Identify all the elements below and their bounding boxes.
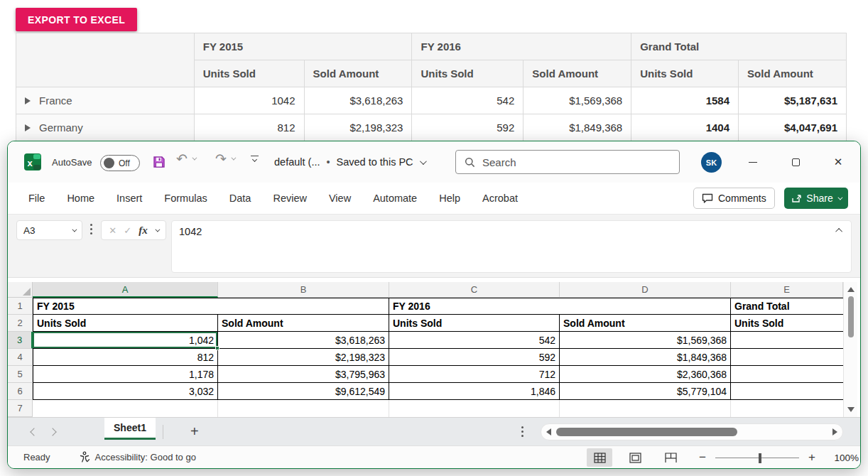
share-button[interactable]: Share xyxy=(784,188,848,209)
expand-icon[interactable] xyxy=(25,124,31,131)
vertical-scroll-thumb[interactable] xyxy=(848,296,854,337)
zoom-slider-handle[interactable] xyxy=(759,453,761,463)
search-box[interactable] xyxy=(455,150,680,174)
enter-icon[interactable]: ✓ xyxy=(124,225,131,236)
cell-a5[interactable]: 1,178 xyxy=(33,366,218,383)
cell-b3[interactable]: $3,618,263 xyxy=(218,332,389,349)
tab-view[interactable]: View xyxy=(329,193,351,204)
row-header-3[interactable]: 3 xyxy=(8,332,33,349)
pivot-row-header[interactable]: France xyxy=(16,87,195,114)
normal-view-button[interactable] xyxy=(587,448,612,467)
vertical-scrollbar[interactable] xyxy=(843,282,857,417)
undo-chevron-icon[interactable] xyxy=(192,156,197,161)
tab-insert[interactable]: Insert xyxy=(116,193,142,204)
column-header-b[interactable]: B xyxy=(218,282,389,298)
name-box[interactable]: A3 xyxy=(16,220,82,240)
prev-sheet-button[interactable] xyxy=(25,423,43,441)
cell-d4[interactable]: $1,849,368 xyxy=(560,349,731,366)
cell-a3-selected[interactable]: 1,042 xyxy=(33,332,218,349)
expand-icon[interactable] xyxy=(25,97,31,104)
pivot-total-value[interactable]: 1584 xyxy=(631,87,739,114)
fill-handle[interactable] xyxy=(215,346,219,350)
scroll-left-icon[interactable] xyxy=(546,428,551,436)
cell-d2[interactable]: Sold Amount xyxy=(560,315,731,332)
cancel-icon[interactable]: ✕ xyxy=(109,225,116,236)
quick-access-overflow-button[interactable] xyxy=(250,156,259,161)
tab-file[interactable]: File xyxy=(28,193,45,204)
close-button[interactable]: ✕ xyxy=(823,141,854,183)
cell-d5[interactable]: $2,360,368 xyxy=(560,366,731,383)
column-header-d[interactable]: D xyxy=(560,282,731,298)
zoom-slider[interactable] xyxy=(715,458,799,458)
cell-a1[interactable]: FY 2015 xyxy=(33,298,389,315)
pivot-value[interactable]: 592 xyxy=(412,114,523,141)
row-header-2[interactable]: 2 xyxy=(8,315,33,332)
select-all-corner[interactable] xyxy=(8,282,33,298)
row-header-6[interactable]: 6 xyxy=(8,383,33,400)
cell-d6[interactable]: $5,779,104 xyxy=(560,383,731,400)
pivot-row-header[interactable]: Germany xyxy=(16,114,195,141)
pivot-value[interactable]: $3,618,263 xyxy=(304,87,412,114)
cell-c1[interactable]: FY 2016 xyxy=(389,298,731,315)
search-input[interactable] xyxy=(482,156,653,168)
pivot-measure-header[interactable]: Sold Amount xyxy=(739,60,847,87)
zoom-out-button[interactable]: − xyxy=(695,450,710,465)
pivot-group-header[interactable]: Grand Total xyxy=(631,33,847,60)
chevron-down-icon[interactable] xyxy=(155,227,160,232)
scroll-up-icon[interactable] xyxy=(847,287,855,292)
page-layout-view-button[interactable] xyxy=(622,448,648,467)
pivot-measure-header[interactable]: Sold Amount xyxy=(304,60,412,87)
pivot-value[interactable]: $1,849,368 xyxy=(523,114,631,141)
tab-home[interactable]: Home xyxy=(67,193,94,204)
cell-e2[interactable]: Units Sold xyxy=(731,315,843,332)
tab-review[interactable]: Review xyxy=(273,193,307,204)
cell-c2[interactable]: Units Sold xyxy=(389,315,560,332)
collapse-formula-bar-icon[interactable] xyxy=(835,228,842,235)
cell-e5[interactable] xyxy=(731,366,843,383)
pivot-value[interactable]: $1,569,368 xyxy=(523,87,631,114)
sheet-tab-sheet1[interactable]: Sheet1 xyxy=(104,418,156,440)
zoom-level[interactable]: 100% xyxy=(829,453,859,463)
tab-automate[interactable]: Automate xyxy=(373,193,417,204)
cell-a4[interactable]: 812 xyxy=(33,349,218,366)
redo-chevron-icon[interactable] xyxy=(231,156,236,161)
maximize-button[interactable] xyxy=(780,141,811,183)
column-header-a[interactable]: A xyxy=(33,282,218,298)
row-header-4[interactable]: 4 xyxy=(8,349,33,366)
zoom-in-button[interactable]: + xyxy=(805,450,819,465)
pivot-group-header[interactable]: FY 2016 xyxy=(412,33,631,60)
tab-data[interactable]: Data xyxy=(229,193,251,204)
cell-d7[interactable] xyxy=(560,400,731,417)
cell-c4[interactable]: 592 xyxy=(389,349,560,366)
cell-c5[interactable]: 712 xyxy=(389,366,560,383)
add-sheet-button[interactable]: + xyxy=(190,423,199,440)
scrollbar-resize-handle[interactable] xyxy=(521,426,523,437)
scroll-right-icon[interactable] xyxy=(832,428,837,436)
pivot-group-header[interactable]: FY 2015 xyxy=(194,33,412,60)
cell-c7[interactable] xyxy=(389,400,560,417)
formula-input[interactable]: 1042 xyxy=(171,220,852,273)
undo-button[interactable]: ↶ xyxy=(176,152,195,166)
accessibility-status[interactable]: Accessibility: Good to go xyxy=(79,451,196,463)
cell-c3[interactable]: 542 xyxy=(389,332,560,349)
pivot-value[interactable]: $2,198,323 xyxy=(304,114,412,141)
horizontal-scroll-thumb[interactable] xyxy=(556,428,737,436)
redo-button[interactable]: ↷ xyxy=(215,152,234,166)
column-header-e[interactable]: E xyxy=(731,282,843,298)
cell-b6[interactable]: $9,612,549 xyxy=(218,383,389,400)
pivot-total-value[interactable]: $4,047,691 xyxy=(739,114,847,141)
cell-a2[interactable]: Units Sold xyxy=(33,315,218,332)
pivot-value[interactable]: 542 xyxy=(412,87,523,114)
horizontal-scrollbar[interactable] xyxy=(541,423,843,440)
cell-d3[interactable]: $1,569,368 xyxy=(560,332,731,349)
pivot-value[interactable]: 812 xyxy=(194,114,304,141)
formula-bar-drag-handle[interactable] xyxy=(90,224,92,234)
column-header-c[interactable]: C xyxy=(389,282,560,298)
comments-button[interactable]: Comments xyxy=(693,188,775,209)
pivot-measure-header[interactable]: Units Sold xyxy=(631,60,739,87)
tab-help[interactable]: Help xyxy=(439,193,460,204)
tab-formulas[interactable]: Formulas xyxy=(164,193,207,204)
cell-e3[interactable] xyxy=(731,332,843,349)
tab-acrobat[interactable]: Acrobat xyxy=(482,193,518,204)
cell-e1[interactable]: Grand Total xyxy=(731,298,843,315)
